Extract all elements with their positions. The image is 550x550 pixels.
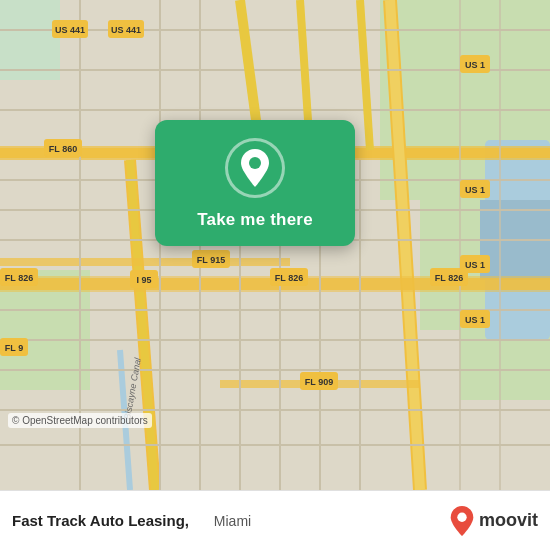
svg-text:FL 860: FL 860 [49,144,77,154]
location-pin-icon [237,147,273,189]
moovit-label: moovit [479,510,538,531]
location-name: Fast Track Auto Leasing, [12,512,210,529]
svg-text:US 1: US 1 [465,60,485,70]
svg-text:FL 9: FL 9 [5,343,23,353]
take-me-there-button[interactable]: Take me there [197,210,313,230]
map-container: US 441 US 441 US 1 US 1 US 1 US 1 FL 860… [0,0,550,490]
svg-rect-6 [0,0,60,80]
svg-text:FL 909: FL 909 [305,377,333,387]
svg-text:FL 915: FL 915 [197,255,225,265]
svg-text:FL 826: FL 826 [435,273,463,283]
svg-text:US 1: US 1 [465,260,485,270]
svg-text:US 441: US 441 [55,25,85,35]
svg-rect-13 [0,258,290,266]
svg-point-70 [457,512,466,521]
svg-text:I 95: I 95 [136,275,151,285]
pin-icon-wrapper [225,138,285,198]
svg-text:FL 826: FL 826 [5,273,33,283]
svg-text:FL 826: FL 826 [275,273,303,283]
map-attribution: © OpenStreetMap contributors [8,413,152,428]
moovit-pin-icon [449,505,475,537]
location-card: Take me there [155,120,355,246]
svg-text:US 1: US 1 [465,185,485,195]
svg-point-69 [249,157,261,169]
location-city: Miami [214,513,251,529]
moovit-logo: moovit [449,505,538,537]
svg-text:US 1: US 1 [465,315,485,325]
bottom-bar: Fast Track Auto Leasing, Miami moovit [0,490,550,550]
svg-text:US 441: US 441 [111,25,141,35]
